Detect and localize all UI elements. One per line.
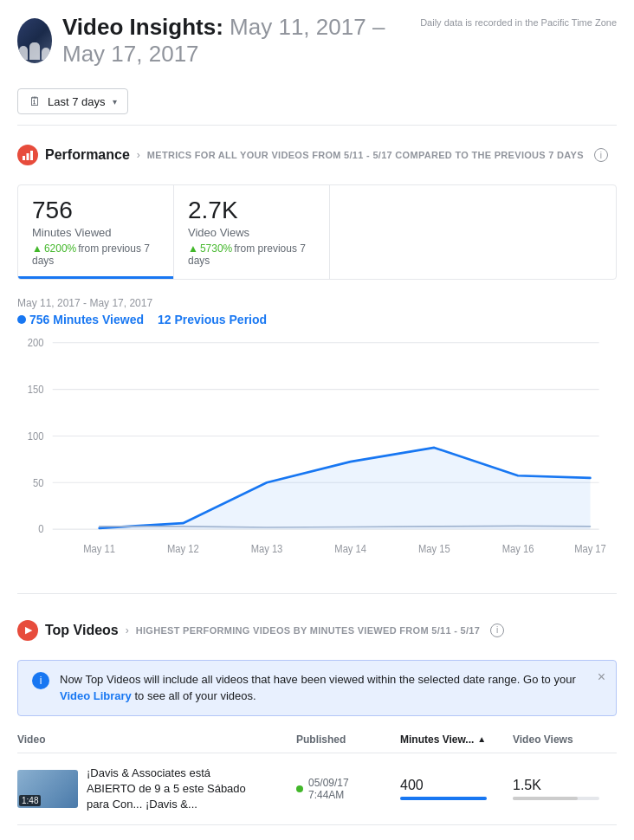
chart-container: 200 150 100 50 0 May 11 May 12 May 13 Ma… bbox=[17, 333, 617, 576]
info-banner: i Now Top Videos will include all videos… bbox=[17, 660, 617, 716]
arrow-right-icon: › bbox=[137, 149, 140, 161]
svg-rect-1 bbox=[27, 153, 29, 160]
td-minutes-1: 400 bbox=[400, 778, 513, 800]
video-thumb-1: 1:48 bbox=[17, 770, 78, 808]
top-videos-title: Top Videos bbox=[45, 623, 119, 638]
divider-2 bbox=[17, 593, 617, 594]
minutes-change-text: from previous 7 bbox=[78, 242, 150, 255]
views-change-text2: days bbox=[188, 255, 315, 267]
video-views-label: Video Views bbox=[188, 226, 315, 239]
svg-text:50: 50 bbox=[33, 477, 43, 488]
minutes-viewed-value: 756 bbox=[32, 197, 159, 224]
timezone-note: Daily data is recorded in the Pacific Ti… bbox=[420, 17, 617, 28]
svg-text:0: 0 bbox=[38, 524, 43, 534]
views-change-pct: 5730% bbox=[200, 242, 232, 255]
banner-text: Now Top Videos will include all videos t… bbox=[60, 671, 602, 705]
views-change-text: from previous 7 bbox=[234, 242, 306, 255]
views-bar-fill-1 bbox=[513, 797, 578, 800]
svg-rect-0 bbox=[23, 156, 25, 160]
performance-info-icon[interactable]: i bbox=[594, 148, 608, 162]
performance-title: Performance bbox=[45, 147, 130, 163]
top-videos-section-header: ▶ Top Videos › HIGHEST PERFORMING VIDEOS… bbox=[17, 611, 617, 649]
svg-marker-20 bbox=[100, 448, 591, 529]
chart-svg: 200 150 100 50 0 May 11 May 12 May 13 Ma… bbox=[17, 333, 617, 576]
minutes-change-text2: days bbox=[32, 255, 159, 267]
legend-dot-primary bbox=[17, 315, 26, 324]
video-duration-1: 1:48 bbox=[19, 795, 41, 806]
chart-date-label: May 11, 2017 - May 17, 2017 bbox=[17, 297, 617, 309]
td-video-1: 1:48 ¡Davis & Associates está ABIERTO de… bbox=[17, 766, 296, 813]
page-header: Video Insights: May 11, 2017 – May 17, 2… bbox=[17, 14, 617, 78]
th-video-label: Video bbox=[17, 733, 45, 746]
svg-text:May 14: May 14 bbox=[334, 544, 366, 554]
header-left: Video Insights: May 11, 2017 – May 17, 2… bbox=[17, 14, 420, 68]
minutes-viewed-change: ▲ 6200% from previous 7 bbox=[32, 242, 159, 255]
svg-text:May 13: May 13 bbox=[251, 544, 283, 554]
avatar bbox=[17, 18, 52, 63]
th-minutes-label: Minutes View... bbox=[400, 733, 474, 746]
legend-primary: 756 Minutes Viewed bbox=[17, 313, 144, 326]
td-published-1: 05/09/17 7:44AM bbox=[296, 777, 400, 801]
th-video: Video bbox=[17, 733, 296, 746]
views-value-1: 1.5K bbox=[513, 778, 617, 793]
chart-legend: 756 Minutes Viewed 12 Previous Period bbox=[17, 313, 617, 326]
banner-text-before: Now Top Videos will include all videos t… bbox=[60, 673, 576, 686]
date-picker-label: Last 7 days bbox=[48, 95, 106, 108]
chart-section: May 11, 2017 - May 17, 2017 756 Minutes … bbox=[17, 290, 617, 583]
calendar-icon: 🗓 bbox=[29, 94, 41, 108]
performance-section-header: Performance › METRICS FOR ALL YOUR VIDEO… bbox=[17, 136, 617, 174]
sort-asc-icon: ▲ bbox=[477, 734, 486, 744]
banner-text-after: to see all of your videos. bbox=[132, 689, 256, 702]
triangle-up-icon-2: ▲ bbox=[188, 242, 198, 255]
play-icon: ▶ bbox=[25, 624, 32, 636]
minutes-bar-1 bbox=[400, 797, 487, 800]
table-row-2: 1:19 Davis & Associates is Now Open on S… bbox=[17, 825, 617, 840]
views-bar-1 bbox=[513, 797, 599, 800]
chevron-down-icon: ▾ bbox=[113, 97, 117, 107]
video-title-1: ¡Davis & Associates está ABIERTO de 9 a … bbox=[87, 766, 260, 813]
svg-text:May 17: May 17 bbox=[574, 544, 606, 554]
header-title: Video Insights: May 11, 2017 – May 17, 2… bbox=[62, 14, 420, 68]
svg-text:May 15: May 15 bbox=[418, 544, 450, 554]
minutes-viewed-label: Minutes Viewed bbox=[32, 226, 159, 239]
svg-text:May 12: May 12 bbox=[167, 544, 199, 554]
metrics-row: 756 Minutes Viewed ▲ 6200% from previous… bbox=[17, 184, 617, 280]
performance-icon bbox=[17, 145, 38, 165]
video-views-change: ▲ 5730% from previous 7 bbox=[188, 242, 315, 255]
divider-1 bbox=[17, 125, 617, 126]
video-views-value: 2.7K bbox=[188, 197, 315, 224]
date-picker-button[interactable]: 🗓 Last 7 days ▾ bbox=[17, 88, 128, 114]
th-published-label: Published bbox=[296, 733, 346, 746]
table-row: 1:48 ¡Davis & Associates está ABIERTO de… bbox=[17, 753, 617, 826]
pub-time-1: 7:44AM bbox=[308, 789, 349, 801]
top-videos-info-icon[interactable]: i bbox=[490, 624, 504, 637]
top-videos-section: ▶ Top Videos › HIGHEST PERFORMING VIDEOS… bbox=[17, 611, 617, 840]
svg-text:May 16: May 16 bbox=[502, 544, 534, 554]
minutes-value-1: 400 bbox=[400, 778, 513, 793]
svg-text:150: 150 bbox=[28, 384, 44, 394]
video-library-link[interactable]: Video Library bbox=[60, 689, 132, 702]
metric-card-views[interactable]: 2.7K Video Views ▲ 5730% from previous 7… bbox=[174, 185, 330, 279]
top-videos-subtitle: HIGHEST PERFORMING VIDEOS BY MINUTES VIE… bbox=[136, 625, 480, 636]
th-minutes[interactable]: Minutes View... ▲ bbox=[400, 733, 513, 746]
legend-secondary: 12 Previous Period bbox=[158, 313, 267, 326]
table-header: Video Published Minutes View... ▲ Video … bbox=[17, 727, 617, 753]
minutes-bar-fill-1 bbox=[400, 797, 487, 800]
arrow-right-icon-2: › bbox=[126, 624, 129, 636]
minutes-change-pct: 6200% bbox=[44, 242, 76, 255]
performance-subtitle: METRICS FOR ALL YOUR VIDEOS FROM 5/11 - … bbox=[147, 150, 584, 160]
svg-text:200: 200 bbox=[28, 338, 44, 348]
svg-text:May 11: May 11 bbox=[83, 544, 115, 554]
metric-card-minutes[interactable]: 756 Minutes Viewed ▲ 6200% from previous… bbox=[18, 185, 174, 279]
banner-close-icon[interactable]: × bbox=[598, 669, 605, 685]
td-views-1: 1.5K bbox=[513, 778, 617, 800]
pub-dot-1 bbox=[296, 785, 303, 792]
th-views: Video Views bbox=[513, 733, 617, 746]
svg-rect-2 bbox=[30, 151, 33, 160]
svg-text:100: 100 bbox=[28, 430, 44, 441]
triangle-up-icon: ▲ bbox=[32, 242, 42, 255]
th-published: Published bbox=[296, 733, 400, 746]
legend-primary-label: 756 Minutes Viewed bbox=[29, 313, 144, 326]
th-views-label: Video Views bbox=[513, 733, 573, 746]
legend-secondary-label: 12 Previous Period bbox=[158, 313, 267, 326]
